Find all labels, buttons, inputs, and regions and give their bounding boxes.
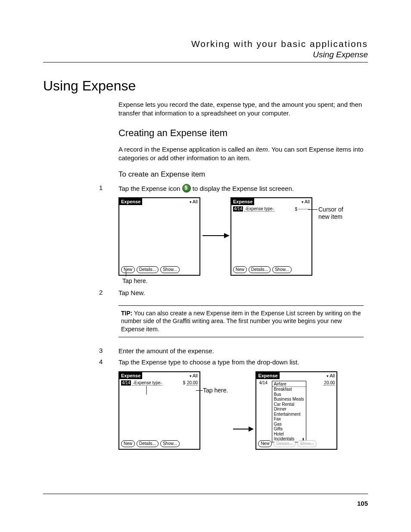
dropdown-item[interactable]: Hotel (272, 432, 306, 437)
svg-marker-4 (249, 426, 254, 432)
step-2-text: Tap New. (118, 289, 364, 297)
palm-show-button[interactable]: Show... (272, 266, 292, 273)
intro-paragraph: Expense lets you record the date, expens… (118, 100, 364, 118)
dropdown-item[interactable]: Bus (272, 392, 306, 397)
dropdown-item[interactable]: Gas (272, 422, 306, 427)
dropdown-item[interactable]: Dinner (272, 407, 306, 412)
dropdown-item[interactable]: Car Rental (272, 402, 306, 407)
palm-category-all[interactable]: All (302, 199, 311, 204)
heading-1: Using Expense (43, 78, 368, 94)
dropdown-item[interactable]: Breakfast (272, 387, 306, 392)
step-3-number: 3 (99, 347, 118, 354)
palm-details-button[interactable]: Details... (137, 440, 159, 447)
expense-type-dropdown[interactable]: Airfare Breakfast Bus Business Meals Car… (272, 381, 306, 442)
arrow-right-icon (200, 231, 230, 242)
expense-date: 4/14 (258, 380, 268, 385)
palm-screen-with-amount: Expense All 4/14 -Expense type- $ 20.00 … (118, 371, 200, 450)
step-1-text: Tap the Expense icon to display the Expe… (118, 184, 364, 193)
figure-1: Expense All New Details... Show... Expen… (118, 197, 368, 276)
palm-details-button[interactable]: Details... (274, 440, 296, 447)
palm-title: Expense (119, 372, 142, 379)
svg-marker-1 (224, 233, 230, 238)
expense-amount-entered[interactable]: 20.00 (324, 380, 335, 386)
footer-rule (43, 494, 368, 494)
figure-2: Expense All 4/14 -Expense type- $ 20.00 … (118, 371, 368, 450)
palm-body-empty (121, 206, 198, 265)
step-1-number: 1 (99, 184, 118, 191)
dropdown-item[interactable]: Entertainment (272, 412, 306, 417)
h2-body-a: A record in the Expense application is c… (118, 146, 256, 153)
step-2-number: 2 (99, 289, 118, 296)
callout-line2: new item (318, 213, 342, 220)
callout-cursor-new-item: Cursor of new item (318, 206, 343, 221)
h2-paragraph: A record in the Expense application is c… (118, 145, 364, 163)
palm-new-button[interactable]: New (258, 440, 272, 447)
callout-tap-here-type: Tap here. (203, 387, 228, 394)
step-4-text: Tap the Expense type to choose a type fr… (118, 358, 364, 367)
header-section: Using Expense (43, 50, 368, 59)
step-2: 2 Tap New. (99, 289, 364, 297)
callout-tap-here-new: Tap here. (122, 277, 368, 284)
palm-screen-new-item: Expense All 4/14 -Expense type- $ New De… (230, 197, 312, 276)
heading-3: To create an Expense item (118, 170, 364, 179)
expense-app-icon (182, 184, 191, 193)
palm-category-all[interactable]: All (327, 373, 336, 378)
expense-row[interactable]: 4/14 -Expense type- $ 20.00 (121, 380, 198, 386)
header-chapter: Working with your basic applications (43, 39, 368, 49)
page-number: 105 (357, 500, 368, 507)
tip-text: You can also create a new Expense item i… (121, 310, 361, 333)
h2-body-italic: item (256, 146, 268, 153)
step-4-number: 4 (99, 358, 118, 365)
palm-body-dropdown: 4/14 20.00 Airfare Breakfast Bus Busines… (258, 380, 335, 439)
palm-details-button[interactable]: Details... (249, 266, 271, 273)
expense-type-placeholder[interactable]: -Expense type- (244, 206, 274, 212)
palm-new-button[interactable]: New (233, 266, 247, 273)
step-1-text-b: to display the Expense list screeen. (193, 185, 294, 192)
palm-buttons: New Details... Show... (258, 440, 317, 447)
dropdown-item[interactable]: Fax (272, 417, 306, 422)
palm-body-amount: 4/14 -Expense type- $ 20.00 (121, 380, 198, 439)
step-4: 4 Tap the Expense type to choose a type … (99, 358, 364, 367)
step-1: 1 Tap the Expense icon to display the Ex… (99, 184, 364, 193)
header-rule (43, 62, 368, 62)
currency-symbol: $ (295, 207, 297, 212)
step-3: 3 Enter the amount of the expense. (99, 347, 364, 355)
palm-buttons: New Details... Show... (121, 266, 180, 273)
palm-body-new: 4/14 -Expense type- $ (233, 206, 310, 265)
palm-title: Expense (256, 372, 279, 379)
palm-title: Expense (119, 198, 142, 205)
callout-tap-here-text: Tap here. (122, 277, 147, 284)
dropdown-item[interactable]: Airfare (272, 382, 306, 387)
palm-new-button[interactable]: New (121, 440, 135, 447)
expense-type-placeholder[interactable]: -Expense type- (132, 380, 162, 386)
step-1-text-a: Tap the Expense icon (118, 185, 182, 192)
palm-category-all[interactable]: All (190, 373, 199, 378)
palm-show-button[interactable]: Show... (297, 440, 317, 447)
palm-category-all[interactable]: All (190, 199, 199, 204)
tip-box: TIP: You can also create a new Expense i… (118, 305, 364, 338)
palm-titlebar: Expense All (119, 372, 199, 379)
callout-line1: Cursor of (318, 206, 343, 213)
arrow-right-icon (232, 425, 254, 435)
palm-new-button[interactable]: New (121, 266, 135, 273)
palm-screen-empty: Expense All New Details... Show... (118, 197, 200, 276)
palm-details-button[interactable]: Details... (137, 266, 159, 273)
palm-buttons: New Details... Show... (121, 440, 180, 447)
dropdown-item[interactable]: Gifts (272, 426, 306, 432)
expense-row[interactable]: 4/14 -Expense type- $ (233, 206, 310, 212)
palm-titlebar: Expense All (231, 198, 311, 205)
currency-symbol: $ (183, 380, 185, 385)
palm-title: Expense (231, 198, 254, 205)
palm-titlebar: Expense All (119, 198, 199, 205)
dropdown-item[interactable]: Business Meals (272, 397, 306, 402)
running-header: Working with your basic applications Usi… (43, 39, 368, 59)
expense-amount-entered[interactable]: 20.00 (187, 380, 198, 386)
expense-date: 4/14 (121, 380, 131, 386)
palm-titlebar: Expense All (256, 372, 336, 379)
step-3-text: Enter the amount of the expense. (118, 347, 364, 355)
expense-date: 4/14 (233, 206, 243, 212)
palm-show-button[interactable]: Show... (160, 440, 180, 447)
palm-show-button[interactable]: Show... (160, 266, 180, 273)
palm-buttons: New Details... Show... (233, 266, 292, 273)
page: Working with your basic applications Usi… (0, 0, 411, 532)
